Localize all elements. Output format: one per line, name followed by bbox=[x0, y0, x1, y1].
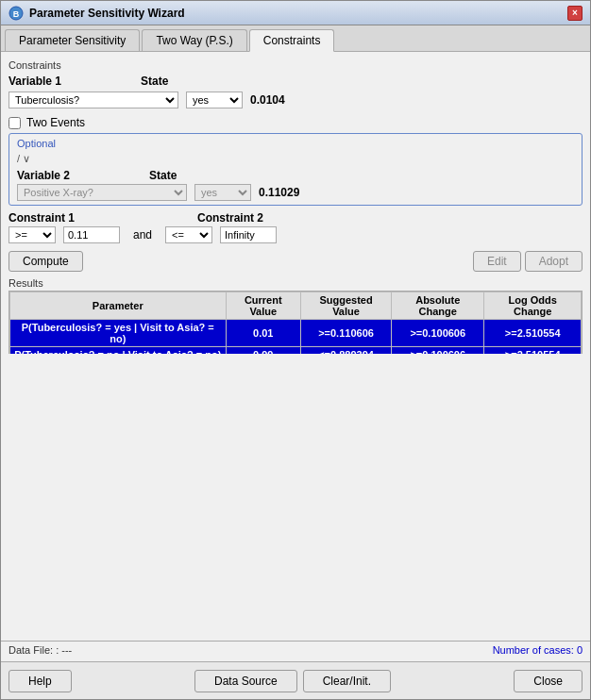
col-header-log-odds-change: Log Odds Change bbox=[484, 292, 582, 320]
col-header-absolute-change: Absolute Change bbox=[392, 292, 484, 320]
table-cell: >=2.510554 bbox=[484, 347, 582, 355]
compute-row: Compute Edit Adopt bbox=[8, 251, 583, 272]
constraint2-operator-select[interactable]: <= >= = bbox=[165, 226, 212, 243]
main-window: B Parameter Sensitivity Wizard × Paramet… bbox=[0, 0, 591, 700]
tab-two-way[interactable]: Two Way (P.S.) bbox=[142, 29, 246, 51]
variable2-select[interactable]: Positive X-ray? bbox=[17, 184, 187, 201]
title-bar-left: B Parameter Sensitivity Wizard bbox=[8, 6, 185, 21]
clear-init-button[interactable]: Clear/Init. bbox=[303, 670, 391, 692]
table-cell: >=0.100606 bbox=[392, 347, 484, 355]
state1-label: State bbox=[141, 75, 216, 88]
help-button[interactable]: Help bbox=[8, 670, 72, 692]
results-label: Results bbox=[8, 277, 583, 289]
two-events-row: Two Events bbox=[8, 116, 583, 129]
window-title: Parameter Sensitivity Wizard bbox=[29, 7, 185, 20]
slash-label: / ∨ bbox=[17, 153, 574, 165]
col-header-current-value: Current Value bbox=[226, 292, 300, 320]
edit-adopt-group: Edit Adopt bbox=[473, 251, 583, 272]
bottom-buttons: Help Data Source Clear/Init. Close bbox=[1, 661, 590, 699]
and-label: and bbox=[133, 228, 152, 242]
tab-parameter-sensitivity[interactable]: Parameter Sensitivity bbox=[5, 29, 140, 51]
table-cell: 0.99 bbox=[226, 347, 300, 355]
tab-bar: Parameter Sensitivity Two Way (P.S.) Con… bbox=[1, 25, 590, 52]
table-cell: >=0.110606 bbox=[301, 320, 392, 347]
edit-button[interactable]: Edit bbox=[473, 251, 521, 272]
title-bar: B Parameter Sensitivity Wizard × bbox=[1, 1, 590, 25]
app-icon: B bbox=[8, 6, 24, 21]
constraints-section-label: Constraints bbox=[8, 59, 583, 71]
optional-label: Optional bbox=[17, 138, 574, 149]
compute-button[interactable]: Compute bbox=[8, 251, 83, 272]
variable1-label: Variable 1 bbox=[8, 75, 84, 88]
constraint2-label: Constraint 2 bbox=[197, 211, 263, 225]
table-cell: >=2.510554 bbox=[484, 320, 582, 347]
data-source-button[interactable]: Data Source bbox=[194, 670, 297, 692]
table-cell: P(Tuberculosis? = no | Visit to Asia? = … bbox=[10, 347, 227, 355]
bottom-center-buttons: Data Source Clear/Init. bbox=[194, 670, 391, 692]
optional-group: Optional / ∨ Variable 2 State Positive X… bbox=[8, 133, 583, 206]
cases-count: Number of cases: 0 bbox=[493, 644, 583, 658]
status-bar: Data File: : --- Number of cases: 0 bbox=[1, 641, 590, 661]
constraint1-operator-select[interactable]: >= <= = bbox=[8, 226, 56, 243]
table-row[interactable]: P(Tuberculosis? = yes | Visit to Asia? =… bbox=[10, 320, 582, 347]
tab-constraints[interactable]: Constraints bbox=[249, 29, 335, 52]
variable2-row: Positive X-ray? yes no 0.11029 bbox=[17, 184, 574, 201]
value1-display: 0.0104 bbox=[250, 93, 285, 107]
file-label: Data File: : --- bbox=[8, 644, 72, 658]
constraint1-value-input[interactable] bbox=[63, 226, 120, 243]
results-table: Parameter Current Value Suggested Value … bbox=[9, 292, 582, 354]
state1-select[interactable]: yes no bbox=[186, 92, 243, 108]
results-table-container: Parameter Current Value Suggested Value … bbox=[8, 291, 583, 354]
state2-select[interactable]: yes no bbox=[194, 184, 251, 201]
close-window-button[interactable]: Close bbox=[514, 670, 583, 692]
adopt-button[interactable]: Adopt bbox=[525, 251, 583, 272]
variable2-label: Variable 2 bbox=[17, 169, 93, 182]
constraint2-value-input[interactable] bbox=[220, 226, 277, 243]
variable1-select[interactable]: Tuberculosis? bbox=[8, 92, 178, 108]
state2-label: State bbox=[149, 169, 225, 182]
main-content: Constraints Variable 1 State Tuberculosi… bbox=[1, 52, 590, 354]
table-cell: 0.01 bbox=[226, 320, 300, 347]
value2-display: 0.11029 bbox=[259, 186, 299, 199]
spacer-area bbox=[1, 354, 590, 641]
col-header-suggested-value: Suggested Value bbox=[301, 292, 392, 320]
table-cell: <=0.889394 bbox=[301, 347, 392, 355]
two-events-label: Two Events bbox=[26, 116, 85, 129]
constraint1-label: Constraint 1 bbox=[8, 211, 75, 225]
constraint-row: >= <= = and <= >= = bbox=[8, 226, 583, 243]
col-header-parameter: Parameter bbox=[10, 292, 227, 320]
table-cell: P(Tuberculosis? = yes | Visit to Asia? =… bbox=[10, 320, 227, 347]
table-cell: >=0.100606 bbox=[392, 320, 484, 347]
close-button[interactable]: × bbox=[567, 6, 583, 21]
two-events-checkbox[interactable] bbox=[8, 117, 21, 129]
svg-text:B: B bbox=[13, 9, 20, 19]
table-row[interactable]: P(Tuberculosis? = no | Visit to Asia? = … bbox=[10, 347, 582, 355]
